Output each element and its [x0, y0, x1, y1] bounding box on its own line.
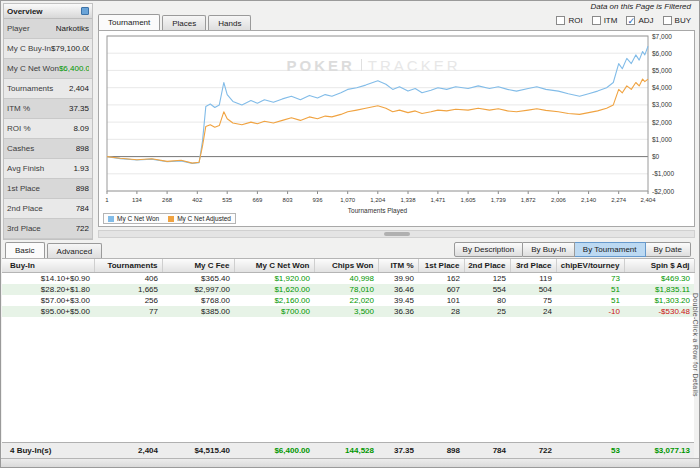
column-header-tournaments[interactable]: Tournaments: [94, 259, 162, 273]
cell-buy-in: $28.20+$1.80: [2, 284, 94, 295]
cell-chips-won: 22,020: [314, 295, 378, 306]
stat-value: 37.35: [69, 104, 89, 113]
cell-spin-adj: $1,835.11: [624, 284, 694, 295]
stat-value: Narkotiks: [56, 24, 89, 33]
svg-text:268: 268: [162, 197, 173, 203]
filter-itm-checkbox[interactable]: ITM: [592, 16, 618, 25]
cell-spin-adj: $469.30: [624, 273, 694, 285]
checkbox-label: BUY: [675, 16, 691, 25]
column-header-spin-adj[interactable]: Spin $ Adj: [624, 259, 694, 273]
svg-text:Tournaments Played: Tournaments Played: [348, 207, 408, 215]
table-row-95-00-5-00[interactable]: $95.00+$5.0077$385.00$700.003,50036.3628…: [2, 306, 694, 317]
report-tabs: TournamentPlacesHands: [98, 14, 253, 31]
svg-text:-$2,000: -$2,000: [652, 188, 674, 195]
cell-chipev-tourney: 51: [556, 284, 624, 295]
cell-my-c-fee: $768.00: [162, 295, 234, 306]
stat-label: Player: [7, 24, 30, 33]
legend-swatch-icon: [108, 216, 114, 222]
svg-text:1,739: 1,739: [491, 197, 507, 203]
checkbox-icon: [663, 16, 672, 25]
stat-value: $6,400.00: [59, 64, 89, 73]
button-by-buy-in[interactable]: By Buy-In: [523, 242, 575, 257]
cell-tournaments: 1,665: [94, 284, 162, 295]
table-row-28-20-1-80[interactable]: $28.20+$1.801,665$2,997.00$1,620.0078,01…: [2, 284, 694, 295]
overview-stat-avg-finish[interactable]: Avg Finish1.93: [4, 159, 92, 179]
tab-places[interactable]: Places: [162, 15, 206, 31]
legend-item-my-c-net-won: My C Net Won: [108, 215, 159, 222]
svg-text:$7,000: $7,000: [652, 33, 672, 40]
filter-checkboxes: ROIITM✓ADJBUY: [556, 16, 691, 25]
column-header-chips-won[interactable]: Chips Won: [314, 259, 378, 273]
cell-3rd-place: 504: [510, 284, 556, 295]
svg-text:1: 1: [105, 197, 109, 203]
stat-value: 784: [76, 204, 89, 213]
chart-horizontal-scrollbar[interactable]: [98, 230, 695, 238]
overview-stat-tournaments[interactable]: Tournaments2,404: [4, 79, 92, 99]
overview-stat-my-c-net-won[interactable]: My C Net Won$6,400.00: [4, 59, 92, 79]
tab-tournament[interactable]: Tournament: [98, 14, 160, 31]
filter-roi-checkbox[interactable]: ROI: [556, 16, 582, 25]
column-header-2nd-place[interactable]: 2nd Place: [464, 259, 510, 273]
table-header-row: Buy-InTournamentsMy C FeeMy C Net WonChi…: [2, 259, 694, 273]
table-row-57-00-3-00[interactable]: $57.00+$3.00256$768.00$2,160.0022,02039.…: [2, 295, 694, 306]
column-header-1st-place[interactable]: 1st Place: [418, 259, 464, 273]
tab-hands[interactable]: Hands: [208, 15, 251, 31]
cell-my-c-net-won: $1,920.00: [234, 273, 314, 285]
overview-stat-my-c-buy-in[interactable]: My C Buy-In$79,100.00: [4, 39, 92, 59]
stat-label: 2nd Place: [7, 204, 43, 213]
table-row-14-10-0-90[interactable]: $14.10+$0.90406$365.40$1,920.0040,99839.…: [2, 273, 694, 285]
cell-2nd-place: 25: [464, 306, 510, 317]
stat-label: My C Net Won: [7, 64, 59, 73]
column-header-buy-in[interactable]: Buy-In: [2, 259, 94, 273]
stat-label: 1st Place: [7, 184, 40, 193]
cell-buy-in: $14.10+$0.90: [2, 273, 94, 285]
filter-buy-checkbox[interactable]: BUY: [663, 16, 691, 25]
total-chipev-tourney: 53: [556, 443, 624, 459]
overview-stat-2nd-place[interactable]: 2nd Place784: [4, 199, 92, 219]
cell-1st-place: 101: [418, 295, 464, 306]
overview-stat-1st-place[interactable]: 1st Place898: [4, 179, 92, 199]
cell-chipev-tourney: 73: [556, 273, 624, 285]
overview-stat-3rd-place[interactable]: 3rd Place722: [4, 219, 92, 239]
cell-chips-won: 40,998: [314, 273, 378, 285]
stat-label: ROI %: [7, 124, 31, 133]
cell-3rd-place: 75: [510, 295, 556, 306]
checkbox-icon: [592, 16, 601, 25]
column-header-my-c-net-won[interactable]: My C Net Won: [234, 259, 314, 273]
svg-text:$3,000: $3,000: [652, 101, 672, 108]
group-by-buttons: By DescriptionBy Buy-InBy TournamentBy D…: [454, 242, 691, 257]
checkbox-label: ROI: [568, 16, 582, 25]
overview-stat-cashes[interactable]: Cashes898: [4, 139, 92, 159]
cell-spin-adj: $1,303.20: [624, 295, 694, 306]
total-1st-place: 898: [418, 443, 464, 459]
double-click-note: Double-Click a Row for Details: [692, 293, 699, 397]
svg-text:134: 134: [132, 197, 143, 203]
stat-value: 898: [76, 144, 89, 153]
scrollbar-thumb[interactable]: [384, 232, 410, 236]
tab-advanced[interactable]: Advanced: [47, 243, 103, 259]
panel-options-icon[interactable]: [81, 7, 89, 15]
overview-stat-itm[interactable]: ITM %37.35: [4, 99, 92, 119]
svg-text:936: 936: [312, 197, 323, 203]
button-by-tournament[interactable]: By Tournament: [575, 242, 646, 257]
overview-stat-player[interactable]: PlayerNarkotiks: [4, 19, 92, 39]
column-header-itm[interactable]: ITM %: [378, 259, 418, 273]
svg-text:$4,000: $4,000: [652, 84, 672, 91]
svg-text:2,140: 2,140: [581, 197, 597, 203]
svg-text:2,006: 2,006: [551, 197, 567, 203]
filter-adj-checkbox[interactable]: ✓ADJ: [626, 16, 653, 25]
svg-text:$6,000: $6,000: [652, 50, 672, 57]
cell-itm: 39.90: [378, 273, 418, 285]
column-header-3rd-place[interactable]: 3rd Place: [510, 259, 556, 273]
stat-label: Tournaments: [7, 84, 53, 93]
cell-tournaments: 77: [94, 306, 162, 317]
cell-my-c-fee: $2,997.00: [162, 284, 234, 295]
status-bar: [1, 458, 699, 467]
column-header-chipev-tourney[interactable]: chipEV/tourney: [556, 259, 624, 273]
button-by-description[interactable]: By Description: [454, 242, 524, 257]
column-header-my-c-fee[interactable]: My C Fee: [162, 259, 234, 273]
cell-3rd-place: 24: [510, 306, 556, 317]
button-by-date[interactable]: By Date: [646, 242, 691, 257]
tab-basic[interactable]: Basic: [5, 242, 45, 259]
overview-stat-roi[interactable]: ROI %8.09: [4, 119, 92, 139]
